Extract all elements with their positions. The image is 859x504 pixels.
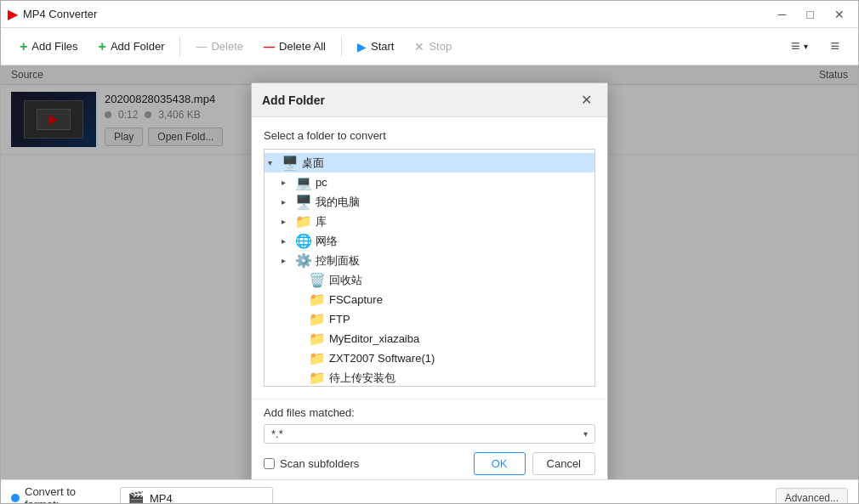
folder-icon-library: 📁 [295,213,312,229]
tree-label-control: 控制面板 [316,253,360,269]
format-icon: 🎬 [128,490,145,505]
add-files-button[interactable]: + Add Files [11,35,87,59]
app-container: ▶ MP4 Converter ─ □ ✕ + Add Files + Add … [0,0,859,504]
tree-item-upload[interactable]: 📁 待上传安装包 [265,368,594,387]
menu-icon: ≡ [791,37,800,55]
tree-item-ftp[interactable]: 📁 FTP [265,309,594,329]
format-selector[interactable]: 🎬 MP4 [120,487,273,505]
advanced-button[interactable]: Advanced... [776,488,848,504]
dialog-footer: Add files matched: *.* ▾ Scan subfolders… [252,399,607,479]
start-label: Start [371,40,394,53]
expand-icon-library: ▸ [282,217,295,226]
dialog-close-button[interactable]: ✕ [576,90,597,110]
tree-item-recycle[interactable]: 🗑️ 回收站 [265,270,594,290]
expand-icon-network: ▸ [282,236,295,246]
dialog-body: Select a folder to convert ▾ 🖥️ 桌面 ▸ [252,117,607,399]
folder-icon-zxt: 📁 [309,350,326,366]
stop-button[interactable]: ✕ Stop [406,36,460,58]
add-folder-dialog: Add Folder ✕ Select a folder to convert … [251,82,608,479]
expand-icon-mypc: ▸ [282,197,295,207]
app-icon: ▶ [8,6,18,22]
tree-item-desktop[interactable]: ▾ 🖥️ 桌面 [265,153,594,173]
folder-icon-fscapture: 📁 [309,292,326,308]
menu-arrow: ▾ [804,42,808,51]
tree-label-fscapture: FSCapture [329,293,383,306]
folder-icon-pc: 💻 [295,174,312,190]
start-icon: ▶ [357,40,367,54]
scan-subfolders-checkbox-label[interactable]: Scan subfolders [264,457,359,470]
folder-icon-upload: 📁 [309,370,326,386]
toolbar: + Add Files + Add Folder — Delete — Dele… [1,28,858,65]
tree-item-fscapture[interactable]: 📁 FSCapture [265,290,594,309]
folder-tree[interactable]: ▾ 🖥️ 桌面 ▸ 💻 pc ▸ [264,149,595,387]
tree-label-mypc: 我的电脑 [316,195,360,210]
add-files-label: Add Files [31,40,77,53]
dialog-title: Add Folder [262,93,325,107]
convert-label-text: Convert to format: [25,485,113,504]
tree-label-myeditor: MyEditor_xiazaiba [329,332,419,345]
tree-item-pc[interactable]: ▸ 💻 pc [265,173,594,192]
tree-item-zxt[interactable]: 📁 ZXT2007 Software(1) [265,348,594,368]
dialog-actions: Scan subfolders OK Cancel [264,452,595,475]
toolbar-right: ≡ ▾ ≡ [782,33,848,59]
menu-button[interactable]: ≡ ▾ [782,33,817,59]
scan-subfolders-checkbox[interactable] [264,458,275,469]
hamburger-button[interactable]: ≡ [822,33,848,59]
filter-dropdown-icon: ▾ [583,429,588,439]
tree-item-control-panel[interactable]: ▸ ⚙️ 控制面板 [265,251,594,270]
cancel-button[interactable]: Cancel [532,452,595,475]
delete-all-label: Delete All [279,40,326,53]
close-button[interactable]: ✕ [828,4,851,25]
maximize-button[interactable]: □ [800,4,821,25]
modal-overlay: Add Folder ✕ Select a folder to convert … [1,65,858,479]
start-button[interactable]: ▶ Start [349,36,402,58]
toolbar-separator-2 [341,37,342,57]
folder-icon-recycle: 🗑️ [309,272,326,288]
tree-label-recycle: 回收站 [329,273,362,288]
title-bar-controls: ─ □ ✕ [771,4,851,25]
tree-label-upload: 待上传安装包 [329,371,395,386]
dialog-subtitle: Select a folder to convert [264,129,595,142]
add-files-icon: + [20,39,27,54]
expand-icon-desktop: ▾ [268,158,282,167]
tree-item-myeditor[interactable]: 📁 MyEditor_xiazaiba [265,329,594,348]
scan-subfolders-label: Scan subfolders [280,457,359,470]
expand-icon-control: ▸ [282,256,295,265]
tree-item-mypc[interactable]: ▸ 🖥️ 我的电脑 [265,192,594,212]
app-title: MP4 Converter [23,8,97,20]
dialog-title-bar: Add Folder ✕ [252,83,607,117]
add-folder-label: Add Folder [111,40,165,53]
delete-icon: — [196,40,207,53]
tree-label-pc: pc [316,176,327,189]
title-bar-left: ▶ MP4 Converter [8,6,97,22]
add-files-matched-label: Add files matched: [264,406,595,419]
convert-dot [11,494,20,502]
delete-button[interactable]: — Delete [187,36,252,57]
stop-label: Stop [429,40,452,53]
tree-item-network[interactable]: ▸ 🌐 网络 [265,231,594,251]
tree-item-library[interactable]: ▸ 📁 库 [265,212,594,231]
folder-icon-myeditor: 📁 [309,331,326,347]
convert-row: Convert to format: 🎬 MP4 Advanced... [11,485,848,504]
minimize-button[interactable]: ─ [771,4,794,25]
add-folder-button[interactable]: + Add Folder [90,35,174,59]
tree-label-desktop: 桌面 [302,156,324,171]
toolbar-separator-1 [179,37,180,57]
stop-icon: ✕ [414,40,424,54]
bottom-bar: Convert to format: 🎬 MP4 Advanced... Sav… [1,479,858,504]
delete-all-button[interactable]: — Delete All [255,36,334,57]
convert-label: Convert to format: [11,485,113,504]
hamburger-icon: ≡ [830,37,839,55]
tree-label-network: 网络 [316,234,338,249]
delete-all-icon: — [264,40,275,53]
folder-icon-network: 🌐 [295,233,312,249]
folder-icon-desktop: 🖥️ [282,155,299,171]
tree-label-ftp: FTP [329,313,350,326]
main-area: Source Status 20200828035438.mp4 0:12 [1,65,858,479]
files-filter[interactable]: *.* ▾ [264,424,595,444]
title-bar: ▶ MP4 Converter ─ □ ✕ [1,1,858,28]
delete-label: Delete [211,40,243,53]
ok-button[interactable]: OK [474,452,526,475]
tree-label-zxt: ZXT2007 Software(1) [329,352,435,365]
tree-label-library: 库 [316,214,327,229]
